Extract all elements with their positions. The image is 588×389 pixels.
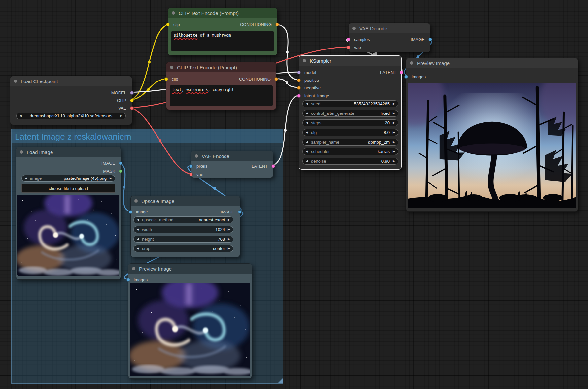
stepper-left-icon[interactable]: ◀ <box>306 160 308 163</box>
input-slot-clip[interactable] <box>166 23 170 26</box>
input-slot-images[interactable] <box>404 75 408 79</box>
input-slot-images[interactable] <box>126 278 130 282</box>
stepper-left-icon[interactable]: ◀ <box>306 112 308 115</box>
node-preview-bottom-header[interactable]: Preview Image <box>128 264 252 274</box>
stepper-left-icon[interactable]: ◀ <box>25 177 27 180</box>
node-upscale-image[interactable]: Upscale Image image IMAGE ◀ upscale_meth… <box>130 196 240 257</box>
output-slot-model[interactable] <box>130 91 134 95</box>
stepper-right-icon[interactable]: ▶ <box>110 177 112 180</box>
input-slot-vae[interactable] <box>189 173 193 176</box>
stepper-left-icon[interactable]: ◀ <box>137 238 139 241</box>
node-vae-encode-header[interactable]: VAE Encode <box>191 151 273 161</box>
input-slot-latent-image[interactable] <box>297 94 301 98</box>
node-clip-positive-header[interactable]: CLIP Text Encode (Prompt) <box>168 8 277 18</box>
prompt-textarea[interactable]: text, watermark, copyright <box>170 85 273 106</box>
stepper-right-icon[interactable]: ▶ <box>228 238 230 241</box>
collapse-dot-icon[interactable] <box>132 267 135 270</box>
stepper-right-icon[interactable]: ▶ <box>393 150 395 153</box>
stepper-left-icon[interactable]: ◀ <box>306 150 308 153</box>
node-graph-canvas[interactable]: Latent Image z reskalowaniem <box>0 0 588 389</box>
node-load-checkpoint[interactable]: Load Checkpoint MODEL CLIP VAE ◀ dreamsh… <box>10 76 132 125</box>
widget-control-after-generate[interactable]: ◀ control_after_generate fixed ▶ <box>302 110 398 117</box>
node-vae-decode-header[interactable]: VAE Decode <box>349 23 430 33</box>
node-ksampler[interactable]: KSampler model positive negative latent_… <box>299 55 402 170</box>
widget-height[interactable]: ◀ height 768 ▶ <box>133 236 233 243</box>
node-clip-encode-positive[interactable]: CLIP Text Encode (Prompt) clip CONDITION… <box>168 8 277 55</box>
widget-upscale-method[interactable]: ◀ upscale_method nearest-exact ▶ <box>133 216 233 223</box>
collapse-dot-icon[interactable] <box>14 80 17 83</box>
widget-denoise[interactable]: ◀ denoise 0.90 ▶ <box>302 158 398 165</box>
output-slot-conditioning[interactable] <box>274 77 278 81</box>
node-load-image-header[interactable]: Load Image <box>16 147 121 157</box>
collapse-dot-icon[interactable] <box>410 61 413 65</box>
stepper-right-icon[interactable]: ▶ <box>228 228 230 231</box>
output-slot-image[interactable] <box>238 210 242 214</box>
input-slot-positive[interactable] <box>297 79 301 82</box>
output-slot-latent[interactable] <box>400 71 403 74</box>
node-clip-negative-header[interactable]: CLIP Text Encode (Prompt) <box>166 62 276 72</box>
node-preview-image-upscaled[interactable]: Preview Image images <box>128 263 252 379</box>
node-preview-image-final[interactable]: Preview Image images <box>406 58 578 212</box>
output-slot-conditioning[interactable] <box>275 23 279 26</box>
widget-steps[interactable]: ◀ steps 20 ▶ <box>302 119 398 126</box>
stepper-left-icon[interactable]: ◀ <box>306 131 308 134</box>
output-slot-clip[interactable] <box>130 99 134 102</box>
stepper-left-icon[interactable]: ◀ <box>19 114 22 117</box>
prompt-textarea[interactable]: silhouette of a mushroom <box>171 31 274 51</box>
stepper-right-icon[interactable]: ▶ <box>393 141 395 144</box>
stepper-left-icon[interactable]: ◀ <box>306 102 308 105</box>
stepper-right-icon[interactable]: ▶ <box>393 121 395 124</box>
collapse-dot-icon[interactable] <box>134 199 138 203</box>
stepper-right-icon[interactable]: ▶ <box>228 247 230 250</box>
widget-width[interactable]: ◀ width 1024 ▶ <box>133 226 233 233</box>
widget-seed[interactable]: ◀ seed 535349223504265 ▶ <box>302 100 398 107</box>
collapse-dot-icon[interactable] <box>172 11 175 15</box>
output-slot-image[interactable] <box>428 38 432 41</box>
output-slot-image[interactable] <box>119 161 122 165</box>
node-clip-encode-negative[interactable]: CLIP Text Encode (Prompt) clip CONDITION… <box>166 62 276 110</box>
output-slot-vae[interactable] <box>130 106 134 110</box>
collapse-dot-icon[interactable] <box>20 150 23 154</box>
node-upscale-header[interactable]: Upscale Image <box>131 196 240 206</box>
stepper-right-icon[interactable]: ▶ <box>393 102 395 105</box>
choose-file-button[interactable]: choose file to upload <box>21 184 115 193</box>
input-slot-vae[interactable] <box>347 46 350 49</box>
collapse-dot-icon[interactable] <box>303 59 306 62</box>
output-slot-mask[interactable] <box>119 169 122 173</box>
widget-scheduler[interactable]: ◀ scheduler karras ▶ <box>302 148 398 155</box>
stepper-left-icon[interactable]: ◀ <box>137 218 139 221</box>
group-resize-handle[interactable] <box>278 378 283 383</box>
prompt-word-1: text <box>172 87 182 92</box>
input-slot-model[interactable] <box>297 71 301 74</box>
node-preview-final-header[interactable]: Preview Image <box>406 58 578 68</box>
stepper-right-icon[interactable]: ▶ <box>228 218 230 221</box>
ckpt-name-widget[interactable]: ◀ dreamshaperXL10_alpha2Xl10.safetensors… <box>16 113 126 119</box>
stepper-right-icon[interactable]: ▶ <box>393 112 395 115</box>
node-load-image[interactable]: Load Image IMAGE MASK ◀ image pasted/ima… <box>16 147 121 280</box>
collapse-dot-icon[interactable] <box>195 154 198 158</box>
widget-crop[interactable]: ◀ crop center ▶ <box>133 245 233 252</box>
widget-cfg[interactable]: ◀ cfg 8.0 ▶ <box>302 129 398 136</box>
stepper-left-icon[interactable]: ◀ <box>137 228 139 231</box>
node-load-checkpoint-header[interactable]: Load Checkpoint <box>10 76 132 86</box>
node-ksampler-header[interactable]: KSampler <box>299 56 401 66</box>
node-vae-decode[interactable]: VAE Decode samples vae IMAGE <box>348 23 430 52</box>
input-slot-clip[interactable] <box>164 77 168 81</box>
input-slot-image[interactable] <box>129 210 132 214</box>
stepper-right-icon[interactable]: ▶ <box>120 114 122 117</box>
output-slot-latent[interactable] <box>271 164 275 168</box>
widget-sampler-name[interactable]: ◀ sampler_name dpmpp_2m ▶ <box>302 139 398 146</box>
collapse-dot-icon[interactable] <box>170 66 173 69</box>
stepper-left-icon[interactable]: ◀ <box>306 141 308 144</box>
stepper-left-icon[interactable]: ◀ <box>306 121 308 124</box>
stepper-left-icon[interactable]: ◀ <box>137 247 139 250</box>
widget-image-file[interactable]: ◀ image pasted/image (45).png ▶ <box>21 175 115 182</box>
stepper-right-icon[interactable]: ▶ <box>393 160 395 163</box>
input-slot-pixels[interactable] <box>189 164 193 168</box>
input-slot-samples[interactable] <box>347 38 350 41</box>
input-label-images: images <box>412 74 426 79</box>
collapse-dot-icon[interactable] <box>352 27 356 30</box>
stepper-right-icon[interactable]: ▶ <box>393 131 395 134</box>
input-slot-negative[interactable] <box>297 86 301 90</box>
node-vae-encode[interactable]: VAE Encode pixels vae LATENT <box>191 151 273 178</box>
